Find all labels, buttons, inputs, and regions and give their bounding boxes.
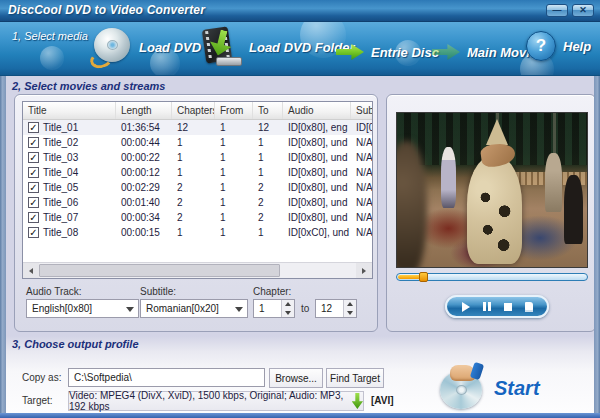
column-header-from[interactable]: From	[215, 102, 253, 119]
minimize-button[interactable]: —	[546, 4, 568, 17]
table-cell: 1	[172, 167, 215, 178]
decor-bubble	[40, 46, 64, 70]
play-button[interactable]	[458, 300, 474, 314]
table-cell: 2	[253, 197, 283, 208]
start-button[interactable]: Start	[440, 364, 560, 412]
table-row[interactable]: ✓Title_0500:02:29212ID[0x80], undN/A	[23, 180, 372, 195]
row-checkbox[interactable]: ✓	[28, 152, 39, 163]
window-border-left	[0, 76, 6, 414]
table-cell: ID[0x80], und	[283, 212, 351, 223]
table-row[interactable]: ✓Title_0800:00:15111ID[0xC0], undN/A	[23, 225, 372, 240]
seek-handle[interactable]	[419, 272, 428, 282]
table-cell: 1	[253, 137, 283, 148]
table-cell: 1	[172, 227, 215, 238]
snapshot-button[interactable]	[521, 300, 537, 314]
table-row[interactable]: ✓Title_0300:00:22111ID[0x80], undN/A	[23, 150, 372, 165]
table-cell: 1	[215, 197, 253, 208]
close-button[interactable]: ✕	[572, 4, 594, 17]
spin-down-icon[interactable]	[282, 309, 294, 318]
movies-groupbox: TitleLengthChaptersFromToAudioSubtitl ✓T…	[14, 94, 378, 332]
table-row[interactable]: ✓Title_0600:01:40212ID[0x80], undN/A	[23, 195, 372, 210]
chevron-down-icon	[126, 307, 134, 312]
pause-icon	[483, 302, 491, 311]
column-header-length[interactable]: Length	[116, 102, 172, 119]
table-cell: 2	[172, 182, 215, 193]
column-header-audio[interactable]: Audio	[283, 102, 351, 119]
player-controls	[445, 295, 549, 318]
seek-slider[interactable]	[396, 273, 588, 281]
chapter-to-stepper[interactable]: 12	[315, 299, 357, 318]
step1-label: 1, Select media	[12, 30, 88, 42]
table-cell: 1	[215, 137, 253, 148]
table-row[interactable]: ✓Title_0700:00:34212ID[0x80], undN/A	[23, 210, 372, 225]
table-cell: 1	[215, 167, 253, 178]
table-cell: ID[0x80], und	[283, 182, 351, 193]
table-cell: 00:00:12	[116, 167, 172, 178]
table-cell: 00:00:22	[116, 152, 172, 163]
scroll-left-button[interactable]	[23, 263, 39, 279]
table-cell: ✓Title_06	[23, 197, 116, 208]
scrollbar-track[interactable]	[39, 263, 356, 278]
table-cell: 00:00:34	[116, 212, 172, 223]
app-window: DiscCool DVD to Video Converter — ✕ 1, S…	[0, 0, 600, 418]
column-header-title[interactable]: Title	[23, 102, 116, 119]
row-checkbox[interactable]: ✓	[28, 167, 39, 178]
table-cell: ID[0x80], eng	[283, 122, 351, 133]
browse-button[interactable]: Browse...	[269, 368, 323, 388]
play-icon	[462, 302, 470, 312]
horizontal-scrollbar[interactable]	[23, 262, 372, 278]
pause-button[interactable]	[479, 300, 495, 314]
row-checkbox[interactable]: ✓	[28, 197, 39, 208]
table-cell: 1	[172, 137, 215, 148]
subtitle-select[interactable]: Romanian[0x20]	[140, 299, 248, 318]
target-profile-button[interactable]: Video: MPEG4 (DivX, XviD), 1500 kbps, Or…	[68, 391, 364, 411]
spin-down-icon[interactable]	[344, 309, 356, 318]
table-cell: 00:02:29	[116, 182, 172, 193]
help-button[interactable]: ? Help	[526, 31, 591, 61]
table-cell: ID[0x80], und	[283, 167, 351, 178]
load-dvd-folder-button[interactable]: Load DVD Folder	[200, 28, 354, 66]
scrollbar-thumb[interactable]	[39, 264, 280, 277]
scroll-right-button[interactable]	[356, 263, 372, 279]
chapter-to-value: 12	[321, 303, 332, 314]
entire-disc-button[interactable]: Entrie Disc	[336, 44, 439, 60]
main-movie-button[interactable]: Main Movie	[432, 44, 537, 60]
audio-track-label: Audio Track:	[26, 286, 82, 297]
table-cell: N/A	[351, 152, 372, 163]
table-cell: N/A	[351, 182, 372, 193]
green-down-arrow-icon	[352, 393, 363, 409]
stop-button[interactable]	[500, 300, 516, 314]
subtitle-label: Subtitle:	[140, 286, 176, 297]
window-border-bottom	[0, 413, 600, 418]
table-row[interactable]: ✓Title_0101:36:5412112ID[0x80], engID[0x…	[23, 120, 372, 135]
table-cell: 2	[172, 197, 215, 208]
row-checkbox[interactable]: ✓	[28, 212, 39, 223]
audio-track-select[interactable]: English[0x80]	[26, 299, 139, 318]
window-title: DiscCool DVD to Video Converter	[8, 3, 205, 17]
load-dvd-button[interactable]: Load DVD	[92, 28, 201, 66]
spin-up-icon[interactable]	[344, 300, 356, 309]
subtitle-value: Romanian[0x20]	[146, 303, 219, 314]
row-checkbox[interactable]: ✓	[28, 122, 39, 133]
start-disc-icon	[440, 367, 484, 409]
spin-up-icon[interactable]	[282, 300, 294, 309]
chapter-from-stepper[interactable]: 1	[253, 299, 295, 318]
table-cell: 01:36:54	[116, 122, 172, 133]
copy-as-input[interactable]	[68, 368, 265, 387]
movies-section-heading: 2, Select movies and streams	[12, 80, 165, 92]
row-checkbox[interactable]: ✓	[28, 182, 39, 193]
column-header-subtitl[interactable]: Subtitl	[351, 102, 373, 119]
find-target-button[interactable]: Find Target	[326, 368, 384, 388]
load-dvd-label: Load DVD	[139, 40, 201, 55]
column-header-chapters[interactable]: Chapters	[172, 102, 215, 119]
table-row[interactable]: ✓Title_0400:00:12111ID[0x80], undN/A	[23, 165, 372, 180]
table-row[interactable]: ✓Title_0200:00:44111ID[0x80], undN/A	[23, 135, 372, 150]
table-cell: ID[0x2	[351, 122, 372, 133]
row-checkbox[interactable]: ✓	[28, 137, 39, 148]
row-checkbox[interactable]: ✓	[28, 227, 39, 238]
snapshot-icon	[525, 302, 533, 312]
window-border-right	[594, 76, 600, 414]
preview-groupbox	[386, 94, 596, 332]
stop-icon	[504, 303, 512, 311]
column-header-to[interactable]: To	[253, 102, 283, 119]
